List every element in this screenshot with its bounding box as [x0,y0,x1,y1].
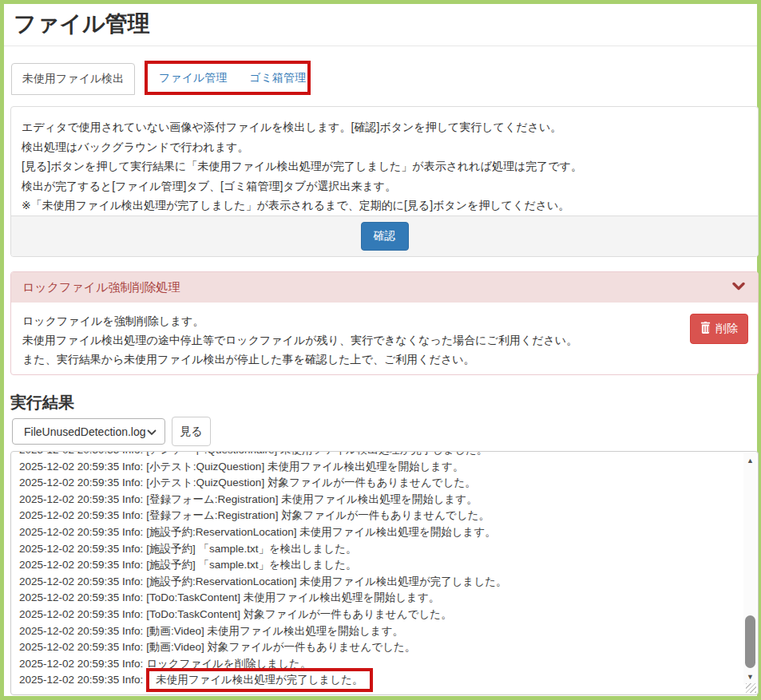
log-file-select[interactable]: FileUnusedDetection.log [12,418,165,445]
log-line-message: [ToDo:TaskContent] 対象ファイルが一件もありませんでした。 [146,608,452,620]
tab-unused-file-detection[interactable]: 未使用ファイル検出 [11,63,135,95]
log-line-prefix: 2025-12-02 20:59:35 Info: [19,559,146,571]
log-file-select-value: FileUnusedDetection.log [24,425,147,438]
arrow-down-icon[interactable]: ▼ [743,670,757,683]
log-line-prefix: 2025-12-02 20:59:35 Info: [19,526,146,538]
delete-button[interactable]: 削除 [690,314,748,344]
log-line-message: [動画:Video] 対象ファイルが一件もありませんでした。 [146,641,415,653]
log-line: 2025-12-02 20:59:35 Info: [動画:Video] 対象フ… [19,639,740,656]
description-line: 検出が完了すると[ファイル管理]タブ、[ゴミ箱管理]タブが選択出来ます。 [22,176,747,196]
log-line-prefix: 2025-12-02 20:59:35 Info: [19,575,146,587]
detection-description: エディタで使用されていない画像や添付ファイルを検出します。[確認]ボタンを押して… [11,107,758,216]
log-line-message: [小テスト:QuizQuestion] 未使用ファイル検出処理を開始します。 [146,461,463,473]
page-title: ファイル管理 [14,9,150,39]
log-line-prefix: 2025-12-02 20:59:35 Info: [19,658,146,670]
log-line-prefix: 2025-12-02 20:59:35 Info: [19,674,146,686]
lock-file-panel-title: ロックファイル強制削除処理 [22,280,180,294]
log-line-message: 未使用ファイル検出処理が完了しました。 [146,668,372,692]
log-output[interactable]: 2025-12-02 20:59:35 Info: [アンケート:Questio… [10,451,759,695]
log-line: 2025-12-02 20:59:35 Info: [ToDo:TaskCont… [19,607,740,623]
lock-file-description: ロックファイルを強制削除します。 未使用ファイル検出処理の途中停止等でロックファ… [22,311,747,369]
description-line: 未使用ファイル検出処理の途中停止等でロックファイルが残り、実行できなくなった場合… [22,330,747,350]
log-line: 2025-12-02 20:59:35 Info: [登録フォーム:Regist… [19,508,740,524]
detection-panel: エディタで使用されていない画像や添付ファイルを検出します。[確認]ボタンを押して… [10,106,759,257]
trash-icon [700,322,711,336]
log-line: 2025-12-02 20:59:35 Info: [施設予約:Reservat… [19,574,740,591]
log-line: 2025-12-02 20:59:35 Info: [施設予約] 「sample… [19,541,740,558]
log-line-prefix: 2025-12-02 20:59:35 Info: [19,608,146,620]
title-divider [4,45,757,46]
log-line: 2025-12-02 20:59:35 Info: 未使用ファイル検出処理が完了… [19,672,740,689]
confirm-button[interactable]: 確認 [361,222,409,251]
lock-file-panel-header[interactable]: ロックファイル強制削除処理 [11,272,758,303]
arrow-up-icon[interactable]: ▲ [743,454,757,467]
log-line-message: [動画:Video] 未使用ファイル検出処理を開始します。 [146,625,403,637]
results-heading: 実行結果 [10,392,74,413]
log-line-message: [登録フォーム:Registration] 未使用ファイル検出処理を開始します。 [146,493,478,505]
log-line-prefix: 2025-12-02 20:59:35 Info: [19,477,146,488]
log-line-prefix: 2025-12-02 20:59:35 Info: [19,461,146,473]
description-line: ※「未使用ファイル検出処理が完了しました」が表示されるまで、定期的に[見る]ボタ… [22,196,747,216]
log-line-prefix: 2025-12-02 20:59:35 Info: [19,451,146,456]
log-line-message: [小テスト:QuizQuestion] 対象ファイルが一件もありませんでした。 [146,477,476,488]
log-line-prefix: 2025-12-02 20:59:35 Info: [19,591,146,603]
log-line-message: [施設予約] 「sample.txt」を検出しました。 [146,543,356,555]
log-line-message: [登録フォーム:Registration] 対象ファイルが一件もありませんでした… [146,509,489,521]
log-line-prefix: 2025-12-02 20:59:35 Info: [19,509,146,521]
resize-grip[interactable] [746,683,756,693]
description-line: [見る]ボタンを押して実行結果に「未使用ファイル検出処理が完了しました」が表示さ… [22,156,747,176]
log-line: 2025-12-02 20:59:35 Info: [アンケート:Questio… [19,451,740,459]
tab-link[interactable]: ファイル管理 [148,63,238,93]
log-line: 2025-12-02 20:59:35 Info: [施設予約] 「sample… [19,557,740,574]
view-button[interactable]: 見る [172,417,211,446]
description-line: ロックファイルを強制削除します。 [22,311,747,330]
log-line-message: [ToDo:TaskContent] 未使用ファイル検出処理を開始します。 [146,591,439,603]
log-line-message: [アンケート:Questionnaire] 未使用ファイル検出処理が完了しました… [146,451,487,456]
description-line: 検出処理はバックグラウンドで行われます。 [22,137,747,157]
log-line-prefix: 2025-12-02 20:59:35 Info: [19,641,146,653]
log-line-prefix: 2025-12-02 20:59:35 Info: [19,543,146,555]
log-line: 2025-12-02 20:59:35 Info: ロックファイルを削除しました… [19,656,740,673]
tab-bar: 未使用ファイル検出 ファイル管理 ゴミ箱管理 [11,62,135,95]
file-management-page: ファイル管理 未使用ファイル検出 ファイル管理 ゴミ箱管理 エディタで使用されて… [0,0,761,700]
lock-file-panel-body: ロックファイルを強制削除します。 未使用ファイル検出処理の途中停止等でロックファ… [11,303,758,378]
log-line-message: [施設予約] 「sample.txt」を検出しました。 [146,559,356,571]
annotation-box-tabs: ファイル管理 ゴミ箱管理 [145,61,311,95]
log-lines: 2025-12-02 20:59:35 Info: [アンケート:Questio… [19,451,740,689]
chevron-down-icon [147,425,157,438]
delete-button-label: 削除 [715,322,738,336]
description-line: また、実行結果から未使用ファイル検出が停止した事を確認した上で、ご利用ください。 [22,350,747,369]
log-line-message: [施設予約:ReservationLocation] 未使用ファイル検出処理を開… [146,526,496,538]
tab-link[interactable]: ゴミ箱管理 [238,63,317,93]
log-line: 2025-12-02 20:59:35 Info: [小テスト:QuizQues… [19,475,740,492]
log-line: 2025-12-02 20:59:35 Info: [動画:Video] 未使用… [19,623,740,640]
detection-panel-footer: 確認 [11,216,758,256]
log-line: 2025-12-02 20:59:35 Info: [施設予約:Reservat… [19,524,740,541]
chevron-down-icon[interactable] [732,281,745,295]
log-scrollbar[interactable]: ▲ ▼ [743,453,757,685]
log-line: 2025-12-02 20:59:35 Info: [登録フォーム:Regist… [19,492,740,508]
description-line: エディタで使用されていない画像や添付ファイルを検出します。[確認]ボタンを押して… [22,117,747,137]
lock-file-panel: ロックファイル強制削除処理 ロックファイルを強制削除します。 未使用ファイル検出… [10,271,759,375]
log-line: 2025-12-02 20:59:35 Info: [ToDo:TaskCont… [19,590,740,607]
scrollbar-thumb[interactable] [745,615,755,668]
log-line-message: [施設予約:ReservationLocation] 未使用ファイル検出処理が完… [146,575,506,587]
log-line-prefix: 2025-12-02 20:59:35 Info: [19,625,146,637]
log-line: 2025-12-02 20:59:35 Info: [小テスト:QuizQues… [19,459,740,476]
log-line-prefix: 2025-12-02 20:59:35 Info: [19,493,146,505]
